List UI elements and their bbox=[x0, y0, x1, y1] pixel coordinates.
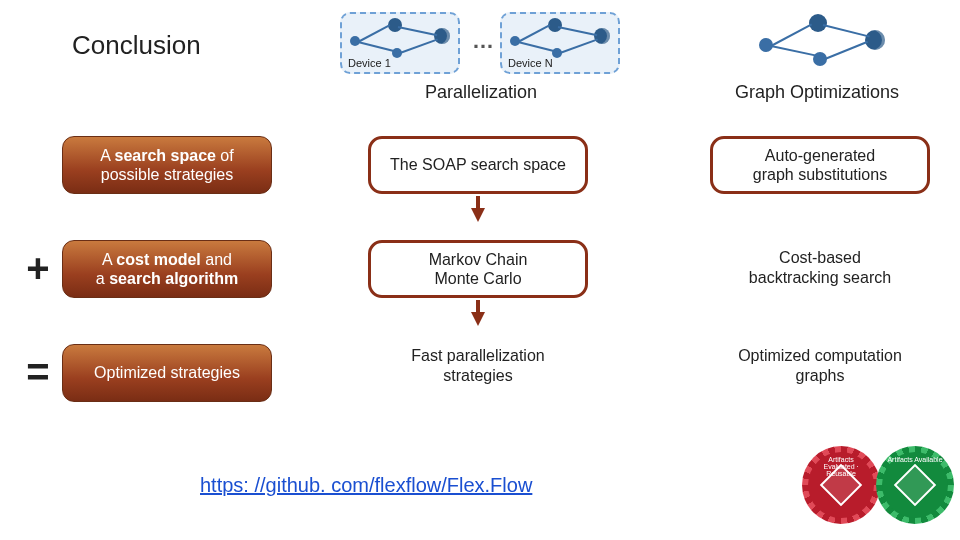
arrow-mcmc-fast-head bbox=[471, 312, 485, 326]
mid-text-fast: Fast parallelization strategies bbox=[368, 346, 588, 386]
mid-box-soap-label: The SOAP search space bbox=[390, 155, 566, 174]
device-n-label: Device N bbox=[508, 57, 553, 69]
graph-optimizations-illustration bbox=[755, 12, 895, 74]
badge-green-inner-icon bbox=[894, 464, 936, 506]
column-header-graphopt: Graph Optimizations bbox=[735, 82, 899, 103]
right-text-backtrack: Cost-based backtracking search bbox=[710, 248, 930, 288]
arrow-soap-mcmc-head bbox=[471, 208, 485, 222]
badge-artifacts-available: Artifacts Available bbox=[882, 452, 948, 518]
device-1-label: Device 1 bbox=[348, 57, 391, 69]
badge-artifacts-evaluated: Artifacts Evaluated · Reusable bbox=[808, 452, 874, 518]
device-n-box: Device N bbox=[500, 12, 620, 74]
left-box-search-space: A search space ofpossible strategies bbox=[62, 136, 272, 194]
device-1-box: Device 1 bbox=[340, 12, 460, 74]
left-box-optimized-label: Optimized strategies bbox=[94, 363, 240, 382]
mid-box-soap: The SOAP search space bbox=[368, 136, 588, 194]
mid-box-mcmc-label: Markov Chain Monte Carlo bbox=[429, 250, 528, 288]
left-box-cost-model-label: A cost model anda search algorithm bbox=[96, 250, 238, 288]
badge-red-inner-icon bbox=[820, 464, 862, 506]
column-header-parallelization: Parallelization bbox=[425, 82, 537, 103]
github-link[interactable]: https: //github. com/flexflow/Flex.Flow bbox=[200, 474, 532, 497]
mid-box-mcmc: Markov Chain Monte Carlo bbox=[368, 240, 588, 298]
left-box-search-space-label: A search space ofpossible strategies bbox=[100, 146, 233, 184]
plus-symbol: + bbox=[20, 246, 56, 291]
left-box-cost-model: A cost model anda search algorithm bbox=[62, 240, 272, 298]
right-box-auto: Auto-generated graph substitutions bbox=[710, 136, 930, 194]
equals-symbol: = bbox=[20, 350, 56, 395]
left-box-optimized: Optimized strategies bbox=[62, 344, 272, 402]
right-box-auto-label: Auto-generated graph substitutions bbox=[753, 146, 887, 184]
right-text-optgraph: Optimized computation graphs bbox=[710, 346, 930, 386]
device-ellipsis: … bbox=[472, 28, 494, 54]
page-title: Conclusion bbox=[72, 30, 201, 61]
